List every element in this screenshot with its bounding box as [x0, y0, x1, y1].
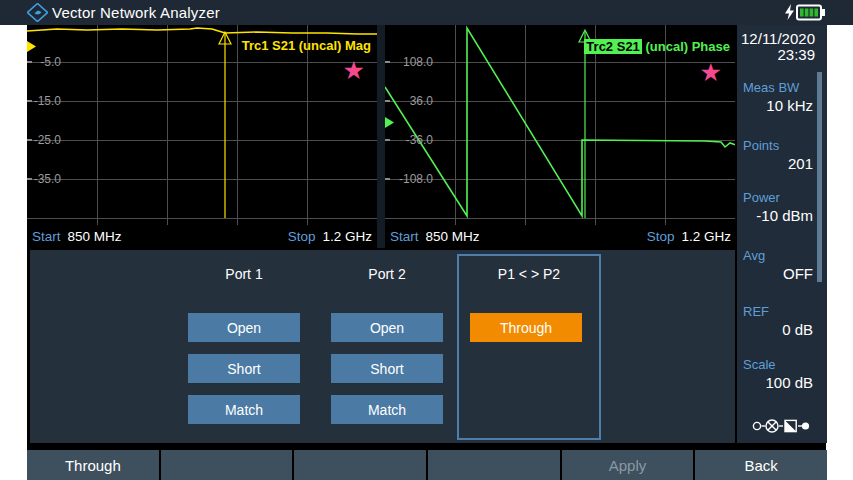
softkey-empty-2[interactable] — [161, 450, 293, 480]
trace2-label-rest: (uncal) Phase — [642, 39, 730, 54]
avg-value: OFF — [743, 265, 813, 282]
trace2-freq-row: Start 850 MHz Stop 1.2 GHz — [385, 225, 736, 248]
port1-match-button[interactable]: Match — [188, 395, 300, 424]
port1-short-button[interactable]: Short — [188, 354, 300, 383]
trace1-plot — [27, 25, 377, 225]
title-bar: Vector Network Analyzer — [0, 0, 853, 25]
time-value: 23:39 — [737, 47, 815, 63]
grid-lines — [27, 25, 377, 225]
vna-screen: Vector Network Analyzer — [0, 0, 853, 480]
through-button[interactable]: Through — [470, 313, 582, 342]
date-value: 12/11/2020 — [737, 31, 815, 47]
stop-label: Stop — [647, 229, 675, 244]
y-tick-label: -5.0 — [29, 55, 61, 69]
y-tick-label: -15.0 — [29, 94, 61, 108]
trace1-ref-arrow-icon — [27, 41, 36, 52]
trace2-curve — [385, 28, 736, 216]
settings-sidebar: 12/11/2020 23:39 Meas BW 10 kHz Points 2… — [737, 25, 827, 443]
sidebar-item-points[interactable]: Points 201 — [737, 138, 827, 172]
trace1-label: Trc1 S21 (uncal) Mag — [242, 38, 371, 53]
trace2-label: Trc2 S21 (uncal) Phase — [584, 39, 730, 54]
softkey-back[interactable]: Back — [695, 450, 827, 480]
power-value: -10 dBm — [743, 207, 813, 224]
port2-open-button[interactable]: Open — [331, 313, 443, 342]
grid-lines — [385, 25, 736, 225]
marker1-star-icon: ★ — [343, 58, 365, 83]
battery-charging-icon — [783, 4, 835, 21]
right-margin — [826, 25, 853, 480]
y-tick-label: -35.0 — [29, 172, 61, 186]
y-tick-label: -36.0 — [389, 133, 433, 147]
start-value: 850 MHz — [426, 229, 480, 244]
trace2-label-chip: Trc2 S21 — [584, 39, 642, 54]
softkey-bar: Through Apply Back — [27, 450, 827, 480]
sidebar-item-power[interactable]: Power -10 dBm — [737, 190, 827, 224]
port1-header: Port 1 — [188, 266, 300, 284]
sidebar-item-scale[interactable]: Scale 100 dB — [737, 357, 827, 391]
start-label: Start — [390, 229, 419, 244]
marker2-star-icon: ★ — [700, 60, 722, 85]
app-title: Vector Network Analyzer — [52, 4, 220, 21]
trace1-freq-row: Start 850 MHz Stop 1.2 GHz — [27, 225, 377, 248]
y-tick-label: -25.0 — [29, 133, 61, 147]
calibration-dialog: Port 1 Port 2 P1 < > P2 Open Short Match… — [30, 250, 735, 443]
trace2-phase-graph: 108.0 36.0 -36.0 -108.0 Trc2 S21 (uncal)… — [385, 25, 736, 248]
trace1-curve — [27, 28, 377, 34]
sidebar-scrollbar[interactable] — [817, 72, 822, 282]
datetime-display: 12/11/2020 23:39 — [737, 31, 815, 63]
avg-label: Avg — [743, 248, 813, 263]
meas-bw-label: Meas BW — [743, 80, 813, 95]
stop-value: 1.2 GHz — [681, 229, 731, 244]
scale-label: Scale — [743, 357, 813, 372]
trace2-ref-arrow-icon — [385, 117, 394, 128]
softkey-through[interactable]: Through — [27, 450, 159, 480]
rohde-schwarz-logo-icon — [27, 3, 48, 22]
port2-header: Port 2 — [331, 266, 443, 284]
y-axis-ticks — [27, 62, 32, 179]
softkey-empty-3[interactable] — [294, 450, 426, 480]
power-label: Power — [743, 190, 813, 205]
softkey-empty-4[interactable] — [428, 450, 560, 480]
trace2-plot — [385, 25, 736, 225]
sidebar-item-avg[interactable]: Avg OFF — [737, 248, 827, 282]
sidebar-item-ref[interactable]: REF 0 dB — [737, 304, 827, 338]
port1-open-button[interactable]: Open — [188, 313, 300, 342]
ref-label: REF — [743, 304, 813, 319]
meas-bw-value: 10 kHz — [743, 97, 813, 114]
left-margin — [0, 25, 27, 480]
graph-divider — [377, 25, 385, 248]
trace1-magnitude-graph: -5.0 -15.0 -25.0 -35.0 Trc1 S21 (uncal) … — [27, 25, 377, 248]
through-selection-box — [457, 254, 601, 440]
start-label: Start — [32, 229, 61, 244]
points-label: Points — [743, 138, 813, 153]
ref-value: 0 dB — [743, 321, 813, 338]
points-value: 201 — [743, 155, 813, 172]
port2-short-button[interactable]: Short — [331, 354, 443, 383]
y-tick-label: 108.0 — [389, 55, 433, 69]
calibration-status-icon — [752, 417, 810, 435]
scale-value: 100 dB — [743, 374, 813, 391]
y-tick-label: 36.0 — [389, 94, 433, 108]
start-value: 850 MHz — [68, 229, 122, 244]
port2-match-button[interactable]: Match — [331, 395, 443, 424]
softkey-apply[interactable]: Apply — [562, 450, 694, 480]
stop-value: 1.2 GHz — [322, 229, 372, 244]
stop-label: Stop — [288, 229, 316, 244]
y-tick-label: -108.0 — [389, 172, 433, 186]
sidebar-item-meas-bw[interactable]: Meas BW 10 kHz — [737, 80, 827, 114]
